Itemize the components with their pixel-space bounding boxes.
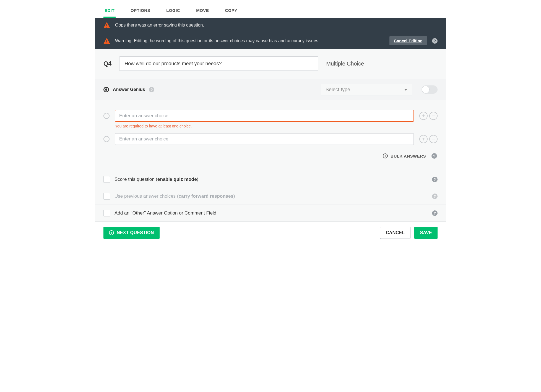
genius-type-placeholder: Select type bbox=[326, 87, 350, 93]
question-number: Q4 bbox=[103, 60, 111, 67]
other-checkbox[interactable] bbox=[103, 210, 110, 216]
next-question-label: NEXT QUESTION bbox=[117, 230, 154, 235]
question-type-label: Multiple Choice bbox=[326, 61, 364, 67]
help-icon[interactable]: ? bbox=[432, 177, 438, 182]
answer-choice-row: + − bbox=[103, 133, 438, 145]
genius-toggle[interactable] bbox=[422, 85, 438, 94]
choice-validation-error: You are required to have at least one ch… bbox=[115, 124, 438, 128]
remove-choice-button[interactable]: − bbox=[429, 112, 438, 120]
tab-bar: EDIT OPTIONS LOGIC MOVE COPY bbox=[95, 3, 446, 18]
question-header: Q4 Multiple Choice bbox=[95, 49, 446, 79]
warning-icon bbox=[103, 38, 110, 44]
help-icon[interactable]: ? bbox=[431, 153, 437, 159]
svg-rect-2 bbox=[106, 40, 107, 42]
score-label: Score this question (enable quiz mode) bbox=[115, 177, 198, 182]
tab-options[interactable]: OPTIONS bbox=[129, 3, 151, 18]
tab-logic[interactable]: LOGIC bbox=[165, 3, 181, 18]
radio-icon bbox=[103, 136, 110, 142]
help-icon[interactable]: ? bbox=[432, 210, 438, 216]
toggle-knob bbox=[422, 86, 430, 93]
tab-copy[interactable]: COPY bbox=[224, 3, 238, 18]
help-icon[interactable]: ? bbox=[149, 87, 154, 92]
warning-icon bbox=[103, 22, 110, 28]
save-button[interactable]: SAVE bbox=[414, 227, 438, 239]
score-question-row: Score this question (enable quiz mode) ? bbox=[95, 171, 446, 188]
answer-choice-input-2[interactable] bbox=[115, 133, 414, 145]
warning-text: Warning: Editing the wording of this que… bbox=[115, 38, 319, 43]
warning-alert: Warning: Editing the wording of this que… bbox=[95, 32, 446, 49]
genius-type-select[interactable]: Select type bbox=[321, 84, 412, 95]
plus-circle-icon: + bbox=[383, 153, 388, 158]
answer-choice-row: + − bbox=[103, 110, 438, 122]
tab-move[interactable]: MOVE bbox=[195, 3, 210, 18]
bulk-answers-button[interactable]: + BULK ANSWERS bbox=[383, 153, 426, 158]
cancel-editing-button[interactable]: Cancel Editing bbox=[389, 36, 427, 45]
score-checkbox[interactable] bbox=[103, 176, 110, 183]
answer-genius-title: Answer Genius bbox=[113, 87, 145, 92]
radio-icon bbox=[103, 113, 110, 119]
error-alert: Oops there was an error saving this ques… bbox=[95, 18, 446, 32]
tab-edit[interactable]: EDIT bbox=[103, 3, 116, 18]
carry-forward-row: Use previous answer choices (carry forwa… bbox=[95, 188, 446, 205]
plus-circle-icon: + bbox=[109, 230, 114, 235]
row-actions: + − bbox=[419, 112, 438, 120]
cancel-button[interactable]: CANCEL bbox=[380, 227, 410, 239]
next-question-button[interactable]: + NEXT QUESTION bbox=[103, 227, 160, 239]
error-text: Oops there was an error saving this ques… bbox=[115, 23, 204, 28]
answer-genius-bar: Answer Genius ? Select type bbox=[95, 79, 446, 100]
add-choice-button[interactable]: + bbox=[419, 112, 428, 120]
row-actions: + − bbox=[419, 135, 438, 143]
bulk-answers-row: + BULK ANSWERS ? bbox=[103, 153, 438, 159]
other-label: Add an "Other" Answer Option or Comment … bbox=[115, 210, 216, 216]
other-option-row: Add an "Other" Answer Option or Comment … bbox=[95, 205, 446, 222]
svg-rect-1 bbox=[106, 27, 107, 28]
svg-rect-3 bbox=[106, 43, 107, 43]
help-icon[interactable]: ? bbox=[432, 38, 438, 44]
target-icon bbox=[103, 87, 109, 92]
answer-choices-section: + − You are required to have at least on… bbox=[95, 100, 446, 171]
answer-choice-input-1[interactable] bbox=[115, 110, 414, 122]
svg-rect-0 bbox=[106, 24, 107, 26]
remove-choice-button[interactable]: − bbox=[429, 135, 438, 143]
bulk-answers-label: BULK ANSWERS bbox=[391, 154, 426, 158]
footer-bar: + NEXT QUESTION CANCEL SAVE bbox=[95, 222, 446, 245]
carry-forward-label: Use previous answer choices (carry forwa… bbox=[115, 194, 235, 199]
question-text-input[interactable] bbox=[119, 56, 318, 71]
help-icon[interactable]: ? bbox=[432, 194, 438, 199]
chevron-down-icon bbox=[404, 89, 407, 91]
carry-forward-checkbox bbox=[103, 193, 110, 200]
question-editor: EDIT OPTIONS LOGIC MOVE COPY Oops there … bbox=[95, 3, 446, 245]
add-choice-button[interactable]: + bbox=[419, 135, 428, 143]
